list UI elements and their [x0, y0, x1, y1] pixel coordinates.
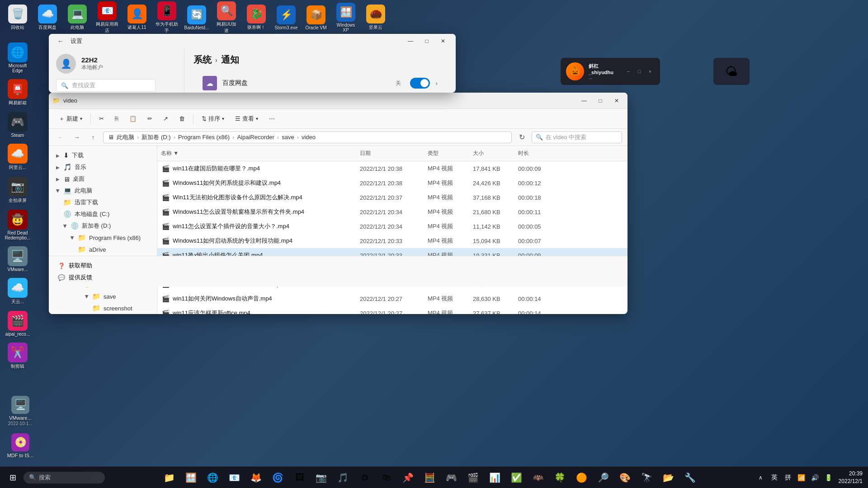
left-app-163[interactable]: 📮 网易邮箱 [2, 77, 33, 108]
taskbar-app-orange[interactable]: 🟠 [572, 468, 592, 488]
taskbar-app-filemgr[interactable]: 📁 [160, 468, 179, 488]
top-app-jiugeyun[interactable]: 🌰 坚果云 [363, 3, 389, 33]
tray-volume[interactable]: 🔊 [809, 471, 821, 484]
table-row[interactable]: 🎬 win11怎么设置某个插件设的音量大小？.mp4 2022/12/1 20:… [157, 219, 627, 234]
taskbar-app-excel[interactable]: 📊 [485, 468, 505, 488]
settings-minimize-button[interactable]: — [403, 35, 418, 47]
taskbar-app-bat[interactable]: 🦇 [528, 468, 548, 488]
sidebar-item-adrive[interactable]: 📁 aDrive [49, 244, 157, 255]
taskbar-app-store[interactable]: 🛍 [377, 468, 396, 488]
taskbar-clock[interactable]: 20:39 2022/12/1 [839, 470, 863, 485]
table-row[interactable]: 🎬 Win11无法初始化图形设备什么原因怎么解决.mp4 2022/12/1 2… [157, 190, 627, 205]
top-app-storm3[interactable]: ⚡ Storm3.exe [273, 4, 299, 32]
top-app-winxp[interactable]: 🪟 Windows XP [333, 1, 359, 34]
table-row[interactable]: 🎬 Windows11如何关闭系统提示和建议.mp4 2022/12/1 20:… [157, 176, 627, 190]
left-app-microsoftedge[interactable]: 🌐 Microsoft Edge [2, 41, 33, 75]
left-app-reddeadredemption[interactable]: 🤠 Red Dead Redemptio... [2, 208, 33, 242]
taskbar-app-windows[interactable]: 🪟 [181, 468, 201, 488]
toolbar-delete-button[interactable]: 🗑 [175, 113, 189, 124]
taskbar-app-firefox[interactable]: 🦊 [246, 468, 266, 488]
table-row[interactable]: 🎬 win11如何关闭Windows自动声音.mp4 2022/12/1 20:… [157, 291, 627, 306]
column-header-duration[interactable]: 时长 [514, 148, 560, 159]
taskbar-app-photos[interactable]: 🖼 [290, 468, 310, 488]
settings-close-button[interactable]: ✕ [436, 35, 450, 47]
taskbar-app-calc[interactable]: 🧮 [420, 468, 440, 488]
tray-wifi[interactable]: 📶 [795, 471, 808, 484]
sidebar-item-screenshot[interactable]: 📁 screenshot [49, 302, 157, 314]
nav-up-button[interactable]: ↑ [87, 131, 99, 144]
settings-maximize-button[interactable]: □ [420, 35, 434, 47]
top-app-zhushoutou[interactable]: 👤 诸葛人11 [124, 3, 150, 33]
tray-ime[interactable]: 拼 [782, 471, 794, 484]
explorer-minimize-button[interactable]: — [577, 94, 591, 107]
sidebar-item-thunder[interactable]: 📁 迅雷下载 [49, 197, 157, 208]
left-app-snap[interactable]: 📷 全拍录屏 [2, 175, 33, 206]
explorer-close-button[interactable]: ✕ [609, 94, 624, 107]
table-row[interactable]: 🎬 Windows11怎么设置导航窗格显示所有文件夹.mp4 2022/12/1… [157, 205, 627, 219]
column-header-date[interactable]: 日期 [356, 148, 424, 159]
table-row[interactable]: 🎬 win11应该怎样更新office.mp4 2022/12/1 20:27 … [157, 306, 627, 314]
sidebar-item-desktop[interactable]: ▶ 🖥 桌面 [49, 173, 157, 185]
taskbar-app-sticky[interactable]: 📌 [398, 468, 418, 488]
taskbar-app-music[interactable]: 🎵 [333, 468, 353, 488]
taskbar-app-explore[interactable]: 🔭 [637, 468, 657, 488]
top-app-cidianjia[interactable]: 💻 此电脑 [64, 3, 90, 33]
left-app-vmware[interactable]: 🖥️ VMware... [2, 244, 33, 274]
toolbar-share-button[interactable]: ↗ [159, 113, 173, 124]
refresh-button[interactable]: ↻ [515, 131, 528, 144]
notif-expand-icon[interactable]: □ [635, 67, 644, 76]
taskbar-app-camera[interactable]: 📷 [311, 468, 331, 488]
taskbar-app-edge[interactable]: 🌀 [268, 468, 288, 488]
tray-keyboard[interactable]: 英 [768, 471, 781, 484]
toolbar-copy-button[interactable]: ⎘ [110, 113, 123, 124]
sidebar-item-download[interactable]: ▶ ⬇ 下载 [49, 150, 157, 161]
toolbar-new-button[interactable]: ＋ 新建 ▾ [54, 113, 87, 125]
tray-battery[interactable]: 🔋 [822, 471, 835, 484]
start-button[interactable]: ⊞ [4, 469, 22, 487]
desktop-icon-mdf[interactable]: 📀 MDF to IS... [5, 431, 36, 461]
taskbar-app-task[interactable]: ✅ [507, 468, 527, 488]
get-help-button[interactable]: ❓ 获取帮助 [58, 260, 618, 272]
taskbar-app-games[interactable]: 🎮 [442, 468, 462, 488]
nav-forward-button[interactable]: → [71, 131, 83, 144]
table-row[interactable]: 🎬 win11在建国后防能在哪里？.mp4 2022/12/1 20:38 MP… [157, 161, 627, 176]
top-app-baidunetd[interactable]: 🔄 BaiduNetd... [184, 4, 210, 32]
table-row[interactable]: 🎬 Windows11如何启动系统的专注时段功能.mp4 2022/12/1 2… [157, 234, 627, 248]
taskbar-app-ie[interactable]: 🌐 [203, 468, 223, 488]
top-app-huishouzhan[interactable]: 🗑️ 回收站 [5, 3, 31, 33]
toolbar-sort-button[interactable]: ⇅ 排序 ▾ [197, 113, 229, 125]
toolbar-view-button[interactable]: ☰ 查看 ▾ [231, 113, 263, 125]
settings-back-button[interactable]: ← [54, 35, 67, 47]
search-box[interactable]: 🔍 在 video 中搜索 [532, 131, 622, 143]
taskbar-app-mail[interactable]: 📧 [225, 468, 245, 488]
toolbar-rename-button[interactable]: ✏ [143, 113, 157, 124]
taskbar-app-settings[interactable]: ⚙ [355, 468, 375, 488]
sidebar-item-thispc[interactable]: ▶ 💻 此电脑 [49, 185, 157, 197]
taskbar-app-search2[interactable]: 🔎 [594, 468, 613, 488]
left-app-steam[interactable]: 🎮 Steam [2, 110, 33, 140]
notification-chevron[interactable]: › [435, 80, 438, 87]
notif-minimize-icon[interactable]: − [624, 67, 633, 76]
sidebar-item-localc[interactable]: 💿 本地磁盘 (C:) [49, 208, 157, 220]
settings-search[interactable]: 🔍 查找设置 [56, 79, 156, 92]
column-header-size[interactable]: 大小 [469, 148, 514, 159]
taskbar-app-control[interactable]: 🔧 [680, 468, 700, 488]
left-app-zhuji[interactable]: ✂️ 制剪辑 [2, 341, 33, 371]
column-header-name[interactable]: 名称 ▼ [157, 148, 356, 159]
taskbar-app-video[interactable]: 🎬 [463, 468, 483, 488]
tray-hide-button[interactable]: ∧ [757, 474, 764, 482]
taskbar-app-leaf[interactable]: 🍀 [550, 468, 570, 488]
top-app-wangyi[interactable]: 📧 网易应用商店 [94, 0, 120, 36]
sidebar-item-music[interactable]: ▶ 🎵 音乐 [49, 161, 157, 173]
notification-toggle[interactable] [410, 78, 430, 89]
top-app-oracle[interactable]: 📦 Oracle VM [303, 4, 329, 32]
taskbar-search[interactable]: 🔍 搜索 [24, 472, 105, 483]
toolbar-paste-button[interactable]: 📋 [125, 113, 141, 124]
left-app-tianyun[interactable]: ☁️ 天云... [2, 276, 33, 307]
taskbar-app-folder2[interactable]: 📂 [659, 468, 679, 488]
top-app-baiduyun[interactable]: ☁️ 百度网盘 [34, 3, 61, 33]
taskbar-app-paint[interactable]: 🎨 [615, 468, 635, 488]
top-app-wangyiuu[interactable]: 🔍 网易UU加速 [213, 0, 240, 36]
top-app-qusou[interactable]: 🐉 驱兽啊！ [243, 3, 269, 33]
left-app-alicloud[interactable]: ☁️ 阿里云... [2, 142, 33, 173]
